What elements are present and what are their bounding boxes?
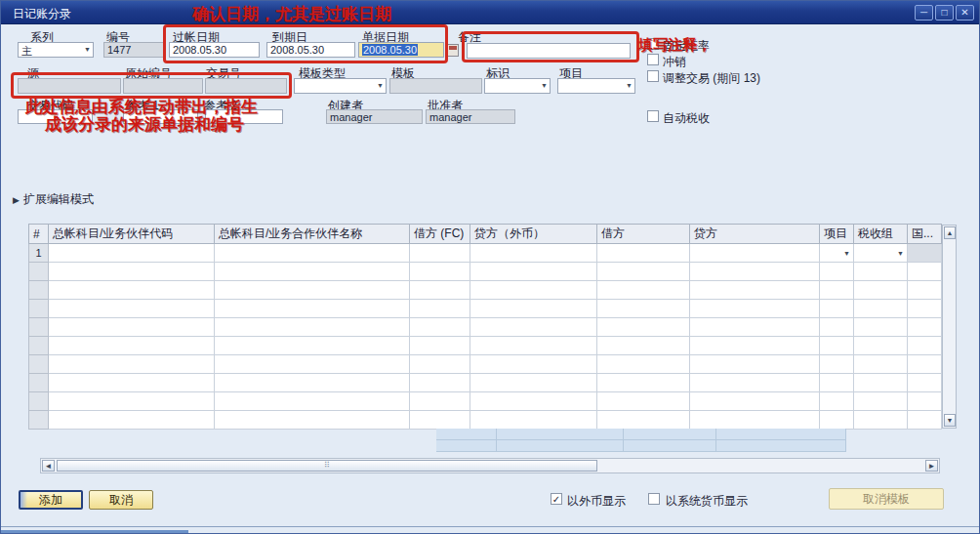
cell-r4-c6[interactable]	[690, 300, 820, 318]
cell-r7-c8[interactable]	[854, 355, 908, 374]
cell-r9-c8[interactable]	[854, 392, 908, 411]
table-row[interactable]	[29, 392, 942, 411]
cell-r9-c9[interactable]	[908, 392, 942, 411]
reverse-checkbox[interactable]	[647, 54, 659, 65]
cell-r9-c6[interactable]	[690, 392, 820, 411]
cell-r3-c2[interactable]	[215, 281, 410, 300]
cell-r3-c9[interactable]	[908, 281, 942, 300]
vertical-scrollbar[interactable]: ▲ ▼	[942, 225, 957, 429]
cell-r3-c3[interactable]	[410, 281, 470, 300]
cell-r6-c9[interactable]	[908, 337, 942, 355]
cell-r5-c5[interactable]	[597, 318, 690, 337]
cell-r2-c7[interactable]	[820, 263, 854, 281]
cell-r1-c4[interactable]	[470, 244, 597, 263]
cell-r10-c6[interactable]	[690, 411, 820, 430]
adjust-transaction-checkbox[interactable]	[647, 70, 659, 82]
close-icon[interactable]: ✕	[956, 5, 974, 21]
column-header-6[interactable]: 贷方	[690, 225, 820, 244]
cell-r2-c6[interactable]	[690, 263, 820, 281]
column-header-3[interactable]: 借方 (FC)	[410, 225, 470, 244]
table-row[interactable]	[29, 374, 942, 392]
cell-r10-c4[interactable]	[470, 411, 597, 430]
cell-r6-c2[interactable]	[215, 337, 410, 355]
display-foreign-currency-checkbox[interactable]	[551, 493, 562, 505]
cell-r1-c6[interactable]	[690, 244, 820, 263]
cell-r2-c4[interactable]	[470, 263, 597, 281]
table-row[interactable]	[29, 355, 942, 374]
cell-r9-c5[interactable]	[597, 392, 690, 411]
journal-entries-table[interactable]: #总帐科目/业务伙伴代码总帐科目/业务合作伙伴名称借方 (FC)贷方（外币）借方…	[28, 224, 942, 430]
cell-r8-c5[interactable]	[597, 374, 690, 392]
cell-r5-c4[interactable]	[470, 318, 597, 337]
column-header-4[interactable]: 贷方（外币）	[470, 225, 597, 244]
cell-r8-c3[interactable]	[410, 374, 470, 392]
scroll-right-icon[interactable]: ►	[925, 460, 938, 472]
posting-date-field[interactable]: 2008.05.30	[169, 42, 260, 58]
cell-r3-c5[interactable]	[597, 281, 690, 300]
auto-tax-checkbox[interactable]	[647, 110, 659, 122]
cell-r1-c1[interactable]	[49, 244, 215, 263]
cell-r8-c9[interactable]	[908, 374, 942, 392]
column-header-8[interactable]: 税收组	[854, 225, 908, 244]
cell-r4-c5[interactable]	[597, 300, 690, 318]
cell-r1-c7[interactable]: ▼	[820, 244, 854, 263]
column-header-1[interactable]: 总帐科目/业务伙伴代码	[49, 225, 215, 244]
cell-r2-c5[interactable]	[597, 263, 690, 281]
series-select[interactable]: 主 ▼	[18, 42, 94, 58]
cell-r3-c6[interactable]	[690, 281, 820, 300]
table-row[interactable]	[29, 300, 942, 318]
maximize-icon[interactable]: □	[935, 5, 954, 21]
cell-r9-c1[interactable]	[49, 392, 215, 411]
template-type-select[interactable]: ▼	[294, 78, 387, 94]
indicator-select[interactable]: ▼	[484, 78, 551, 94]
cell-r9-c7[interactable]	[820, 392, 854, 411]
cell-r6-c1[interactable]	[49, 337, 215, 355]
cell-r10-c8[interactable]	[854, 411, 908, 430]
table-row[interactable]	[29, 337, 942, 355]
column-header-0[interactable]: #	[29, 225, 49, 244]
minimize-icon[interactable]: ─	[915, 5, 933, 21]
cell-r7-c5[interactable]	[597, 355, 690, 374]
table-row[interactable]	[29, 263, 942, 281]
cell-r4-c4[interactable]	[470, 300, 597, 318]
cell-r7-c4[interactable]	[470, 355, 597, 374]
project-select[interactable]: ▼	[557, 78, 635, 94]
cell-r5-c3[interactable]	[410, 318, 470, 337]
expanded-edit-mode-toggle[interactable]: ▶扩展编辑模式	[13, 191, 94, 208]
cell-r2-c2[interactable]	[215, 263, 410, 281]
cell-r8-c7[interactable]	[820, 374, 854, 392]
cell-r4-c8[interactable]	[854, 300, 908, 318]
cell-r9-c3[interactable]	[410, 392, 470, 411]
table-row[interactable]: 1▼▼	[29, 244, 942, 263]
cell-r8-c4[interactable]	[470, 374, 597, 392]
display-system-currency-checkbox[interactable]	[648, 493, 660, 505]
table-row[interactable]	[29, 318, 942, 337]
cell-r5-c2[interactable]	[215, 318, 410, 337]
cell-r10-c2[interactable]	[215, 411, 410, 430]
cell-r2-c1[interactable]	[49, 263, 215, 281]
cell-r5-c1[interactable]	[49, 318, 215, 337]
column-header-5[interactable]: 借方	[597, 225, 690, 244]
cell-r6-c6[interactable]	[690, 337, 820, 355]
cell-r6-c8[interactable]	[854, 337, 908, 355]
cell-r1-c5[interactable]	[597, 244, 690, 263]
cell-r4-c1[interactable]	[49, 300, 215, 318]
cell-r10-c9[interactable]	[908, 411, 942, 430]
cell-r2-c8[interactable]	[854, 263, 908, 281]
horizontal-scroll-thumb[interactable]	[57, 460, 597, 472]
cell-r8-c8[interactable]	[854, 374, 908, 392]
cell-r9-c2[interactable]	[215, 392, 410, 411]
table-row[interactable]	[29, 281, 942, 300]
cell-r1-c3[interactable]	[410, 244, 470, 263]
cell-r2-c3[interactable]	[410, 263, 470, 281]
cell-r4-c2[interactable]	[215, 300, 410, 318]
add-button[interactable]: 添加	[19, 490, 83, 510]
cell-r1-c2[interactable]	[215, 244, 410, 263]
cell-r7-c1[interactable]	[49, 355, 215, 374]
column-header-7[interactable]: 项目	[820, 225, 854, 244]
cell-r10-c3[interactable]	[410, 411, 470, 430]
cell-r3-c4[interactable]	[470, 281, 597, 300]
cell-r7-c6[interactable]	[690, 355, 820, 374]
scroll-down-icon[interactable]: ▼	[944, 414, 956, 427]
cell-r4-c3[interactable]	[410, 300, 470, 318]
